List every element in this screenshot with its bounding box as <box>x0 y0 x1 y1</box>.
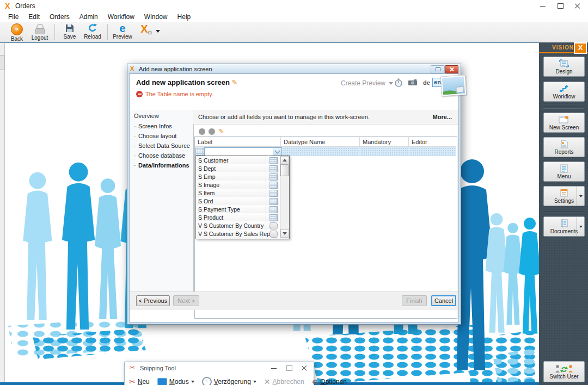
combobox-dropdown-button[interactable] <box>273 148 281 156</box>
camera-icon[interactable] <box>408 79 418 86</box>
column-header-editor: Editor <box>409 137 456 147</box>
close-button[interactable] <box>569 1 586 11</box>
table-icon <box>270 173 278 181</box>
dialog-close-button[interactable] <box>445 65 458 73</box>
table-icon <box>270 198 278 205</box>
sidebar-button-reports[interactable]: Reports <box>543 137 585 157</box>
list-item[interactable]: S Customer <box>196 156 279 165</box>
label-combobox[interactable] <box>204 147 282 156</box>
documents-dropdown-arrow[interactable] <box>577 217 584 236</box>
finish-button[interactable]: Finish <box>402 295 427 306</box>
snip-close-button[interactable] <box>296 364 313 372</box>
list-item[interactable]: S Product <box>196 213 279 222</box>
cancel-button[interactable]: Cancel <box>431 295 456 306</box>
list-item[interactable]: S Payment Type <box>196 205 279 214</box>
menu-edit[interactable]: Edit <box>23 12 45 22</box>
nav-item-screen-infos[interactable]: Screen Infos <box>138 123 172 129</box>
list-item[interactable]: S Image <box>196 181 279 189</box>
list-item[interactable]: V S Customer By Country <box>196 221 279 230</box>
menu-file[interactable]: File <box>3 12 23 22</box>
edit-pencil-icon: ✎ <box>232 78 238 86</box>
sidebar-button-design[interactable]: Design <box>543 57 585 77</box>
dialog-titlebar[interactable]: X Add new application screen <box>127 64 461 73</box>
list-item[interactable]: S Ord <box>196 197 279 206</box>
switch-user-button[interactable]: Switch User <box>543 361 585 382</box>
datatype-cell <box>282 147 359 156</box>
toolbar-separator <box>107 24 108 40</box>
table-icon <box>270 157 278 164</box>
maximize-button[interactable] <box>552 1 568 11</box>
edit-record-icon[interactable]: ✎ <box>218 127 224 135</box>
settings-dropdown-arrow[interactable] <box>577 187 584 206</box>
snip-mode-button[interactable]: Modus <box>157 378 194 385</box>
back-button[interactable]: « Back <box>5 22 28 42</box>
next-button[interactable]: Next > <box>173 295 199 306</box>
reports-icon <box>560 140 568 148</box>
remove-record-button[interactable] <box>209 128 215 135</box>
dialog-heading: Add new application screen ✎ <box>136 78 237 86</box>
sidebar-button-new-screen[interactable]: New Screen <box>543 113 585 133</box>
browser-e-icon: e <box>119 23 125 33</box>
sidebar-button-settings[interactable]: Settings <box>543 186 585 206</box>
new-screen-icon <box>559 115 569 124</box>
nav-item-select-data-source[interactable]: Select Data Source <box>138 142 190 149</box>
sidebar-button-documents[interactable]: Documents <box>543 216 585 237</box>
table-row-icon <box>195 148 204 156</box>
more-link[interactable]: More... <box>433 114 452 120</box>
nav-item-data-informations[interactable]: Data/Informations <box>138 162 189 169</box>
sidebar-button-menu[interactable]: Menu <box>543 162 585 182</box>
list-item[interactable]: V S Customer By Sales Rep <box>196 229 279 238</box>
floppy-icon <box>65 23 75 33</box>
menu-help[interactable]: Help <box>173 12 196 22</box>
create-preview-dropdown[interactable]: Create Preview <box>341 79 393 87</box>
toolbar-separator <box>54 24 55 40</box>
error-icon <box>136 91 143 97</box>
snip-delay-button[interactable]: Verzögerung <box>202 377 256 385</box>
scrollbar-thumb[interactable] <box>280 164 289 176</box>
list-item[interactable]: S Emp <box>196 172 279 181</box>
preview-image-icon[interactable] <box>440 74 467 96</box>
desktop: { "app": { "title": "Orders", "menu": ["… <box>0 0 588 385</box>
snip-options-button[interactable]: ⚙ Optionen <box>312 378 347 385</box>
menu-window[interactable]: Window <box>139 12 173 22</box>
label-combobox-input[interactable] <box>205 148 272 154</box>
nav-header: Overview <box>134 113 159 119</box>
logout-button[interactable]: Logout <box>28 22 51 42</box>
scroll-up-button[interactable] <box>280 156 289 164</box>
previous-button[interactable]: < Previous <box>136 295 170 306</box>
chevron-down-icon <box>253 381 256 383</box>
toolbar-dropdown-arrow[interactable] <box>156 30 160 33</box>
dialog-restore-button[interactable] <box>431 65 445 73</box>
settings-icon <box>560 189 568 197</box>
menu-orders[interactable]: Orders <box>45 12 75 22</box>
preview-button[interactable]: e Preview <box>111 22 134 42</box>
reload-button[interactable]: Reload <box>81 22 104 42</box>
table-icon <box>270 206 278 213</box>
snip-cancel-button[interactable]: ✕ Abbrechen <box>264 377 304 385</box>
refresh-icon <box>88 23 97 33</box>
dropdown-scrollbar[interactable] <box>280 156 289 238</box>
menu-admin[interactable]: Admin <box>75 12 103 22</box>
menu-workflow[interactable]: Workflow <box>103 12 139 22</box>
collapsed-panel-tab[interactable] <box>0 55 4 70</box>
snip-maximize-button[interactable] <box>281 364 297 372</box>
minimize-button[interactable] <box>535 1 551 11</box>
snip-minimize-button[interactable] <box>266 364 282 372</box>
save-button[interactable]: Save <box>58 22 81 42</box>
list-column-separator <box>266 156 266 238</box>
list-item[interactable]: S Item <box>196 189 279 197</box>
sidebar-button-workflow[interactable]: Workflow <box>543 82 585 102</box>
brand-logo-button[interactable]: X ⚙ <box>134 22 155 42</box>
nav-item-choose-database[interactable]: Choose database <box>138 152 185 159</box>
snip-new-button[interactable]: ✂ Neu <box>129 377 150 385</box>
snipping-titlebar[interactable]: ✂ Snipping Tool <box>125 362 314 374</box>
add-record-button[interactable] <box>199 128 205 135</box>
language-de-button[interactable]: de <box>423 79 430 86</box>
list-item[interactable]: S Dept <box>196 164 279 173</box>
nav-item-choose-layout[interactable]: Choose layout <box>138 133 176 139</box>
stopwatch-icon[interactable] <box>394 78 403 87</box>
cancel-x-icon: ✕ <box>264 377 271 385</box>
scroll-down-button[interactable] <box>280 229 289 238</box>
brand-x-gear-icon: X ⚙ <box>136 23 152 35</box>
chevron-down-icon <box>275 148 280 154</box>
